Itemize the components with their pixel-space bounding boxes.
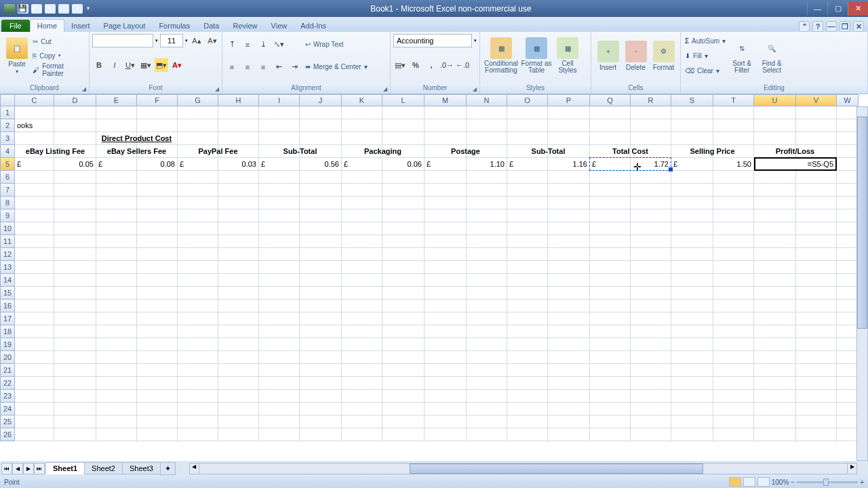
cell[interactable] [671, 403, 713, 415]
cell[interactable] [713, 428, 754, 441]
row-header[interactable]: 7 [0, 184, 15, 197]
decrease-indent-button[interactable]: ⇤ [272, 60, 285, 74]
row-header[interactable]: 23 [0, 390, 15, 403]
cell[interactable] [507, 132, 548, 145]
cell[interactable] [96, 106, 137, 119]
cell[interactable] [96, 428, 137, 441]
cell[interactable] [754, 403, 796, 415]
underline-button[interactable]: U▾ [123, 58, 137, 72]
cell[interactable] [425, 248, 467, 261]
column-header[interactable]: J [300, 94, 342, 106]
cell[interactable] [259, 377, 300, 390]
cell[interactable] [342, 428, 382, 441]
cell[interactable] [754, 428, 796, 441]
cell[interactable] [754, 415, 796, 428]
cell[interactable] [548, 222, 590, 235]
cell[interactable] [796, 415, 837, 428]
cell[interactable] [342, 351, 382, 364]
cell[interactable] [218, 197, 259, 209]
cell[interactable] [342, 132, 382, 145]
cell[interactable] [467, 184, 507, 197]
cell[interactable] [796, 222, 837, 235]
cell[interactable] [300, 209, 342, 222]
cell[interactable] [631, 261, 671, 274]
cell-value[interactable]: £ [342, 158, 382, 171]
cell[interactable] [342, 235, 382, 248]
cell[interactable] [671, 325, 713, 338]
cell[interactable] [96, 325, 137, 338]
fill-button[interactable]: ⬇Fill▾ [684, 49, 727, 62]
cell[interactable] [837, 428, 859, 441]
row-header[interactable]: 17 [0, 312, 15, 325]
cell[interactable] [671, 248, 713, 261]
cell[interactable] [218, 338, 259, 351]
cell[interactable] [15, 338, 54, 351]
sheet-tab[interactable]: Sheet1 [45, 462, 85, 474]
column-header[interactable]: E [96, 94, 137, 106]
cell[interactable] [713, 209, 754, 222]
cell[interactable] [467, 403, 507, 415]
cell[interactable] [178, 312, 218, 325]
cell[interactable] [300, 403, 342, 415]
cell-value[interactable]: eBay Sellers Fee [96, 145, 178, 158]
cell[interactable] [548, 184, 590, 197]
cell[interactable] [467, 312, 507, 325]
format-painter-button[interactable]: 🖌Format Painter [31, 63, 86, 77]
cell[interactable] [425, 184, 467, 197]
cell[interactable] [96, 403, 137, 415]
cell[interactable] [671, 235, 713, 248]
increase-decimal-button[interactable]: .0→ [440, 58, 454, 72]
cell[interactable] [713, 377, 754, 390]
cell-value[interactable]: =S5-Q5 [754, 157, 837, 171]
cell[interactable] [796, 248, 837, 261]
cell[interactable] [342, 287, 382, 300]
grow-font-button[interactable]: A▴ [190, 34, 203, 47]
cell[interactable] [54, 235, 96, 248]
cell[interactable] [671, 222, 713, 235]
column-header[interactable]: Q [590, 94, 631, 106]
cell[interactable] [218, 415, 259, 428]
cell[interactable] [671, 300, 713, 312]
row-header[interactable]: 12 [0, 248, 15, 261]
cell[interactable] [837, 222, 859, 235]
cell-value[interactable]: PayPal Fee [178, 145, 259, 158]
cell-value[interactable]: £ [259, 158, 300, 171]
cell[interactable] [259, 222, 300, 235]
cell[interactable] [467, 261, 507, 274]
cell[interactable] [15, 209, 54, 222]
number-format-combo[interactable]: Accounting [393, 34, 472, 47]
cell[interactable] [178, 364, 218, 377]
cell[interactable] [796, 171, 837, 184]
cell[interactable] [507, 428, 548, 441]
cell[interactable] [137, 390, 178, 403]
cell[interactable] [300, 415, 342, 428]
cell[interactable] [631, 171, 671, 184]
cell[interactable] [178, 171, 218, 184]
cell[interactable] [671, 132, 713, 145]
cell[interactable] [218, 222, 259, 235]
cell[interactable] [590, 132, 631, 145]
cell[interactable] [548, 300, 590, 312]
cell[interactable] [548, 119, 590, 132]
cell[interactable] [631, 222, 671, 235]
cell[interactable] [218, 428, 259, 441]
cell[interactable] [218, 248, 259, 261]
cell[interactable] [631, 184, 671, 197]
cell[interactable] [300, 119, 342, 132]
cell[interactable] [96, 274, 137, 287]
file-tab[interactable]: File [1, 20, 30, 32]
format-as-table-button[interactable]: ▦Format as Table [519, 33, 553, 78]
cell[interactable] [837, 248, 859, 261]
cell[interactable] [671, 119, 713, 132]
dialog-launcher-icon[interactable]: ◢ [382, 86, 389, 93]
cell[interactable] [96, 415, 137, 428]
cell[interactable] [15, 248, 54, 261]
scroll-thumb[interactable] [857, 117, 867, 329]
cell[interactable] [342, 312, 382, 325]
cell-value[interactable]: 0.08 [137, 158, 178, 171]
column-headers[interactable]: CDEFGHIJKLMNOPQRSTUVW [15, 94, 859, 106]
cell[interactable] [590, 351, 631, 364]
cell[interactable] [54, 119, 96, 132]
cell[interactable] [259, 261, 300, 274]
column-header[interactable]: C [15, 94, 54, 106]
